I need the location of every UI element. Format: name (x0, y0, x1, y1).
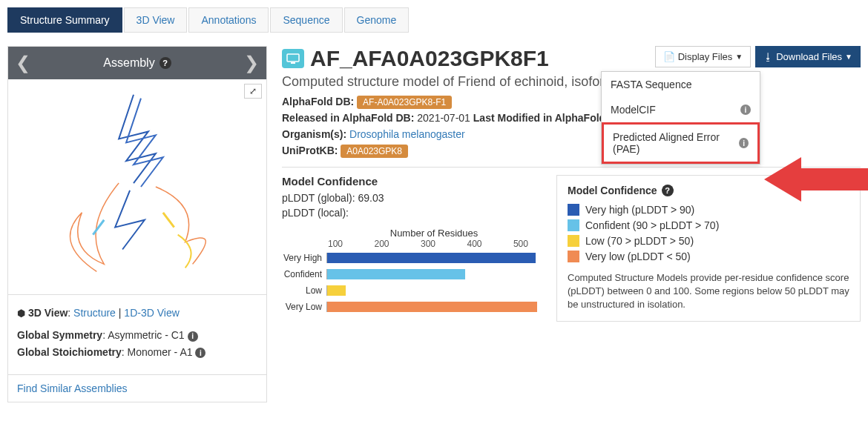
download-icon: ⭳ (763, 51, 773, 62)
find-similar-link[interactable]: Find Similar Assemblies (8, 375, 266, 402)
display-files-button[interactable]: 📄 Display Files ▼ (655, 46, 752, 67)
protein-ribbon (8, 79, 266, 294)
dropdown-item-fasta[interactable]: FASTA Sequence (602, 72, 760, 97)
chart-category-label: Confident (282, 269, 326, 279)
svg-rect-1 (291, 62, 295, 64)
chart-bar (327, 285, 346, 296)
display-files-dropdown: FASTA Sequence ModelCIF i Predicted Alig… (601, 71, 760, 165)
next-assembly-arrow[interactable]: ❯ (244, 53, 259, 73)
released-label: Released in AlphaFold DB: (282, 112, 414, 124)
entry-title: AF_AFA0A023GPK8F1 (282, 46, 628, 71)
info-icon[interactable]: i (739, 138, 749, 148)
main-content: AF_AFA0A023GPK8F1 Computed structure mod… (282, 46, 861, 402)
dropdown-item-pae[interactable]: Predicted Aligned Error (PAE) i (602, 122, 760, 164)
legend-item: Very high (pLDDT > 90) (568, 204, 849, 216)
legend-label: Confident (90 > pLDDT > 70) (585, 219, 719, 231)
chart-bar (327, 269, 465, 279)
prev-assembly-arrow[interactable]: ❮ (16, 53, 30, 73)
alphafold-db-chip[interactable]: AF-A0A023GPK8-F1 (357, 96, 452, 109)
legend-title: Model Confidence (568, 185, 657, 196)
global-stoich-label: Global Stoichiometry (17, 346, 122, 358)
organism-label: Organism(s): (282, 128, 346, 140)
legend-item: Very low (pLDDT < 50) (568, 251, 849, 262)
help-icon[interactable]: ? (160, 57, 171, 69)
legend-label: Very low (pLDDT < 50) (585, 251, 691, 262)
confidence-legend-panel: Model Confidence ? Very high (pLDDT > 90… (556, 175, 861, 322)
expand-icon[interactable]: ⤢ (244, 84, 262, 99)
structure-viewer[interactable]: ⤢ (8, 79, 266, 294)
plddt-global-label: pLDDT (global): (282, 192, 355, 204)
legend-item: Confident (90 > pLDDT > 70) (568, 219, 849, 231)
tab-structure-summary[interactable]: Structure Summary (7, 7, 122, 33)
tab-genome[interactable]: Genome (344, 7, 410, 33)
assembly-title: Assembly (103, 56, 154, 70)
tab-bar: Structure Summary 3D View Annotations Se… (7, 7, 861, 33)
uniprot-chip[interactable]: A0A023GPK8 (341, 145, 408, 158)
chart-category-label: Very Low (282, 302, 326, 312)
chart-x-axis: 100 200 300 400 500 (328, 239, 528, 251)
cube-icon (17, 307, 25, 319)
legend-swatch (568, 219, 579, 231)
legend-swatch (568, 204, 579, 216)
structure-link[interactable]: Structure (73, 307, 116, 319)
svg-rect-0 (287, 54, 299, 62)
uniprot-label: UniProtKB: (282, 145, 338, 156)
dropdown-item-modelcif[interactable]: ModelCIF i (602, 97, 760, 122)
chart-bar (327, 302, 537, 312)
tab-annotations[interactable]: Annotations (188, 7, 269, 33)
plddt-global-value: 69.03 (355, 192, 384, 204)
view3d-label: 3D View (28, 307, 68, 319)
entry-subtitle: Computed structure model of Friend of ec… (282, 74, 628, 90)
download-files-button[interactable]: ⭳ Download Files ▼ (755, 46, 861, 67)
caret-down-icon: ▼ (735, 53, 743, 61)
1d3d-view-link[interactable]: 1D-3D View (124, 307, 179, 319)
info-icon[interactable]: i (195, 348, 206, 358)
chart-row: Very Low (282, 299, 542, 314)
global-symmetry-label: Global Symmetry (17, 329, 102, 341)
chart-row: Very High (282, 251, 542, 265)
released-value: 2021-07-01 (414, 112, 473, 124)
chart-row: Low (282, 283, 542, 298)
tab-3d-view[interactable]: 3D View (124, 7, 188, 33)
legend-item: Low (70 > pLDDT > 50) (568, 235, 849, 247)
assembly-panel: ❮ Assembly ? ❯ ⤢ (7, 46, 267, 402)
chart-bar (327, 253, 536, 263)
legend-label: Very high (pLDDT > 90) (585, 204, 694, 216)
info-icon[interactable]: i (188, 331, 198, 342)
global-stoich-value: : Monomer - A1 (122, 346, 196, 358)
legend-swatch (568, 235, 579, 247)
global-symmetry-value: : Asymmetric - C1 (102, 329, 187, 341)
legend-label: Low (70 > pLDDT > 50) (585, 235, 694, 247)
chart-category-label: Very High (282, 253, 326, 263)
help-icon[interactable]: ? (662, 185, 674, 196)
monitor-icon (282, 49, 304, 68)
alphafold-db-label: AlphaFold DB: (282, 96, 354, 107)
chart-row: Confident (282, 267, 542, 282)
model-confidence-heading: Model Confidence (282, 175, 542, 188)
legend-swatch (568, 251, 579, 262)
legend-note: Computed Structure Models provide per-re… (568, 271, 849, 312)
file-icon: 📄 (663, 51, 675, 62)
info-icon[interactable]: i (740, 105, 751, 115)
caret-down-icon: ▼ (845, 53, 852, 61)
organism-link[interactable]: Drosophila melanogaster (349, 128, 465, 140)
entry-id: AF_AFA0A023GPK8F1 (310, 46, 549, 71)
chart-category-label: Low (282, 285, 326, 296)
plddt-local-label: pLDDT (local): (282, 207, 349, 219)
tab-sequence[interactable]: Sequence (270, 7, 342, 33)
plddt-bar-chart: Number of Residues 100 200 300 400 500 V… (282, 228, 542, 314)
chart-title: Number of Residues (326, 228, 542, 239)
assembly-header: ❮ Assembly ? ❯ (8, 47, 266, 79)
